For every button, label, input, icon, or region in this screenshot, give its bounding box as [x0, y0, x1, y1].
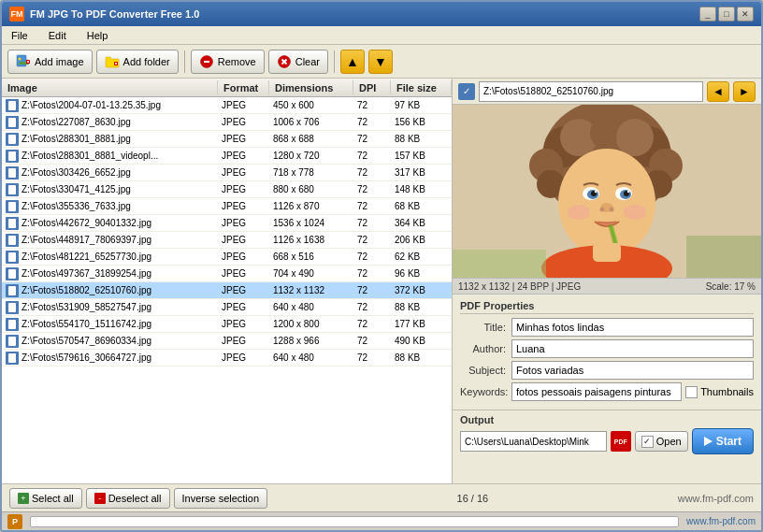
add-folder-button[interactable]: Add folder — [96, 50, 179, 74]
file-format-cell: JPEG — [218, 100, 269, 110]
open-checkbox[interactable] — [641, 436, 654, 448]
table-row[interactable]: Z:\Fotos\355336_7633.jpg JPEG 1126 x 870… — [2, 198, 452, 215]
move-down-button[interactable]: ▼ — [368, 50, 393, 74]
maximize-button[interactable]: □ — [718, 7, 735, 22]
remove-label: Remove — [218, 56, 256, 67]
table-row[interactable]: Z:\Fotos\330471_4125.jpg JPEG 880 x 680 … — [2, 181, 452, 198]
file-type-icon — [6, 267, 19, 280]
close-button[interactable]: ✕ — [737, 7, 754, 22]
start-button[interactable]: Start — [692, 428, 754, 454]
add-image-button[interactable]: Add image — [7, 50, 93, 74]
inverse-selection-button[interactable]: Inverse selection — [174, 488, 268, 509]
file-size-cell: 206 KB — [391, 235, 452, 245]
svg-point-1 — [19, 57, 22, 60]
file-format-cell: JPEG — [218, 151, 269, 161]
deselect-all-button[interactable]: - Deselect all — [86, 488, 170, 509]
toolbar-separator2 — [334, 50, 335, 73]
menu-edit[interactable]: Edit — [43, 29, 72, 42]
file-dpi-cell: 72 — [353, 100, 391, 110]
output-title: Output — [460, 414, 754, 425]
file-list[interactable]: Z:\Fotos\2004-07-01-13.25.35.jpg JPEG 45… — [2, 97, 452, 483]
move-up-button[interactable]: ▲ — [340, 50, 365, 74]
table-row[interactable]: Z:\Fotos\531909_58527547.jpg JPEG 640 x … — [2, 299, 452, 316]
start-label: Start — [716, 435, 741, 448]
file-dimensions-cell: 868 x 688 — [269, 134, 353, 144]
file-path-cell: Z:\Fotos\303426_6652.jpg — [2, 166, 218, 180]
file-path-text: Z:\Fotos\288301_8881_videopl... — [22, 151, 158, 161]
app-icon: FM — [9, 7, 24, 22]
svg-point-39 — [624, 205, 646, 220]
table-row[interactable]: Z:\Fotos\2004-07-01-13.25.35.jpg JPEG 45… — [2, 97, 452, 114]
file-type-icon — [6, 217, 19, 230]
file-type-icon — [6, 166, 19, 180]
file-path-cell: Z:\Fotos\518802_62510760.jpg — [2, 284, 218, 297]
table-row[interactable]: Z:\Fotos\442672_90401332.jpg JPEG 1536 x… — [2, 215, 452, 232]
table-row[interactable]: Z:\Fotos\497367_31899254.jpg JPEG 704 x … — [2, 266, 452, 282]
title-bar: FM FM JPG To PDF Converter Free 1.0 _ □ … — [2, 2, 761, 26]
table-row[interactable]: Z:\Fotos\554170_15116742.jpg JPEG 1200 x… — [2, 316, 452, 333]
file-path-text: Z:\Fotos\531909_58527547.jpg — [22, 302, 151, 312]
table-row[interactable]: Z:\Fotos\579616_30664727.jpg JPEG 640 x … — [2, 350, 452, 367]
file-dimensions-cell: 718 x 778 — [269, 167, 353, 178]
file-dimensions-cell: 1006 x 706 — [269, 117, 353, 127]
header-filesize: File size — [391, 80, 452, 94]
table-row[interactable]: Z:\Fotos\303426_6652.jpg JPEG 718 x 778 … — [2, 165, 452, 181]
menu-file[interactable]: File — [6, 29, 34, 42]
file-dimensions-cell: 1288 x 966 — [269, 336, 353, 346]
open-button[interactable]: Open — [635, 431, 688, 452]
table-row[interactable]: Z:\Fotos\570547_86960334.jpg JPEG 1288 x… — [2, 333, 452, 350]
file-type-icon — [6, 251, 19, 264]
table-row[interactable]: Z:\Fotos\481221_65257730.jpg JPEG 668 x … — [2, 249, 452, 266]
file-path-cell: Z:\Fotos\531909_58527547.jpg — [2, 301, 218, 314]
thumbnails-checkbox[interactable] — [685, 386, 698, 398]
file-format-cell: JPEG — [218, 218, 269, 228]
table-row[interactable]: Z:\Fotos\288301_8881_videopl... JPEG 128… — [2, 148, 452, 165]
table-row[interactable]: Z:\Fotos\288301_8881.jpg JPEG 868 x 688 … — [2, 131, 452, 148]
prev-image-button[interactable]: ◄ — [707, 81, 729, 102]
file-path-cell: Z:\Fotos\497367_31899254.jpg — [2, 267, 218, 280]
add-folder-icon — [105, 54, 120, 69]
table-row[interactable]: Z:\Fotos\518802_62510760.jpg JPEG 1132 x… — [2, 282, 452, 299]
file-type-icon — [6, 234, 19, 247]
deselect-all-label: Deselect all — [108, 493, 162, 504]
start-play-icon — [704, 437, 713, 446]
file-dpi-cell: 72 — [353, 252, 391, 262]
table-row[interactable]: Z:\Fotos\448917_78069397.jpg JPEG 1126 x… — [2, 232, 452, 249]
select-all-button[interactable]: + Select all — [9, 488, 82, 509]
file-dpi-cell: 72 — [353, 268, 391, 279]
header-format: Format — [218, 80, 269, 94]
file-type-icon — [6, 335, 19, 348]
file-path-cell: Z:\Fotos\2004-07-01-13.25.35.jpg — [2, 99, 218, 112]
file-path-cell: Z:\Fotos\481221_65257730.jpg — [2, 251, 218, 264]
clear-button[interactable]: Clear — [268, 50, 328, 74]
clear-icon — [277, 54, 292, 69]
file-size-cell: 97 KB — [391, 100, 452, 110]
menu-bar: File Edit Help — [2, 26, 761, 45]
file-format-cell: JPEG — [218, 167, 269, 178]
file-type-icon — [6, 200, 19, 213]
list-header: Image Format Dimensions DPI File size — [2, 79, 452, 97]
thumbnails-checkbox-row: Thumbnails — [685, 386, 754, 398]
subject-field-input[interactable] — [511, 361, 754, 380]
file-dimensions-cell: 1536 x 1024 — [269, 218, 353, 228]
file-format-cell: JPEG — [218, 184, 269, 194]
svg-point-38 — [568, 205, 590, 220]
next-image-button[interactable]: ► — [733, 81, 756, 102]
file-type-icon — [6, 99, 19, 112]
window-title: FM JPG To PDF Converter Free 1.0 — [30, 8, 199, 20]
header-dimensions: Dimensions — [269, 80, 353, 94]
file-dpi-cell: 72 — [353, 151, 391, 161]
title-controls: _ □ ✕ — [699, 7, 754, 22]
add-image-label: Add image — [35, 56, 84, 67]
menu-help[interactable]: Help — [81, 29, 114, 42]
file-format-cell: JPEG — [218, 117, 269, 127]
keywords-field-input[interactable] — [511, 382, 682, 401]
minimize-button[interactable]: _ — [699, 7, 716, 22]
remove-button[interactable]: Remove — [191, 50, 265, 74]
table-row[interactable]: Z:\Fotos\227087_8630.jpg JPEG 1006 x 706… — [2, 114, 452, 131]
file-path-text: Z:\Fotos\448917_78069397.jpg — [22, 235, 151, 245]
title-row: Title: — [460, 318, 754, 337]
title-field-input[interactable] — [511, 318, 754, 337]
author-field-input[interactable] — [511, 339, 754, 358]
file-dpi-cell: 72 — [353, 319, 391, 329]
